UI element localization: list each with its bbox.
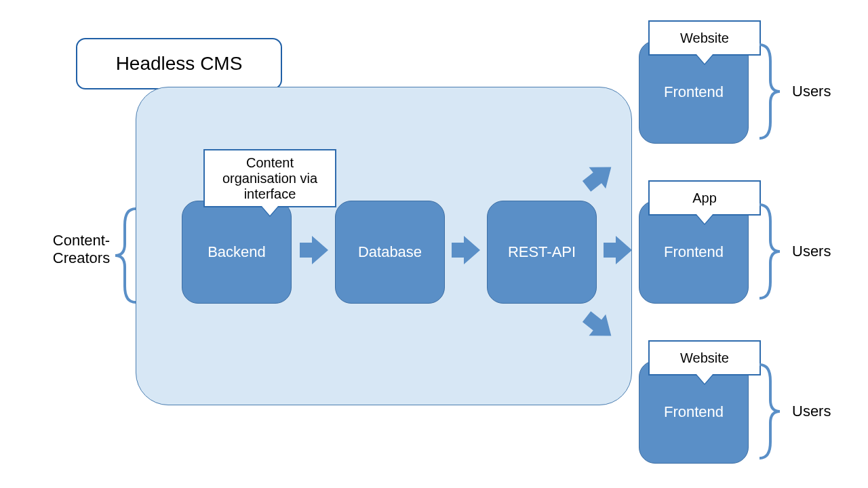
frontend-2-users-label: Users xyxy=(792,243,831,260)
arrow-restapi-frontend-bottom xyxy=(579,306,620,347)
frontend-1-users-label: Users xyxy=(792,83,831,100)
frontend-2-brace-icon xyxy=(754,201,784,302)
frontend-node-3: Frontend xyxy=(639,361,749,464)
frontend-3-callout: Website xyxy=(648,340,761,375)
frontend-node-2: Frontend xyxy=(639,201,749,304)
arrow-backend-database xyxy=(297,233,331,267)
diagram-title: Headless CMS xyxy=(76,38,282,89)
left-brace-icon xyxy=(111,205,141,306)
frontend-node-1-label: Frontend xyxy=(664,83,724,101)
svg-marker-1 xyxy=(452,236,480,264)
frontend-1-callout-text: Website xyxy=(680,30,729,46)
backend-node-label: Backend xyxy=(208,243,266,261)
backend-node: Backend xyxy=(182,201,292,304)
diagram-canvas: Headless CMS Content- Creators Backend C… xyxy=(0,0,868,488)
arrow-restapi-frontend-top xyxy=(579,156,620,197)
frontend-3-users-label: Users xyxy=(792,403,831,420)
svg-marker-3 xyxy=(579,157,620,197)
frontend-1-brace-icon xyxy=(754,41,784,142)
database-node: Database xyxy=(335,201,445,304)
frontend-2-callout: App xyxy=(648,180,761,216)
backend-callout-text: Content organisation via interface xyxy=(222,155,317,202)
arrow-restapi-frontend-mid xyxy=(601,233,635,267)
svg-marker-0 xyxy=(300,236,328,264)
frontend-node-3-label: Frontend xyxy=(664,403,724,421)
frontend-node-2-label: Frontend xyxy=(664,243,724,261)
restapi-node-label: REST-API xyxy=(508,243,576,261)
svg-marker-2 xyxy=(604,236,632,264)
content-creators-label: Content- Creators xyxy=(41,232,122,268)
database-node-label: Database xyxy=(358,243,422,261)
frontend-3-callout-text: Website xyxy=(680,350,729,366)
diagram-title-text: Headless CMS xyxy=(116,53,243,75)
backend-callout: Content organisation via interface xyxy=(203,149,336,207)
frontend-1-callout: Website xyxy=(648,20,761,56)
svg-marker-4 xyxy=(579,306,620,346)
restapi-node: REST-API xyxy=(487,201,597,304)
frontend-2-callout-text: App xyxy=(692,190,717,206)
arrow-database-restapi xyxy=(449,233,483,267)
frontend-node-1: Frontend xyxy=(639,41,749,144)
frontend-3-brace-icon xyxy=(754,361,784,462)
